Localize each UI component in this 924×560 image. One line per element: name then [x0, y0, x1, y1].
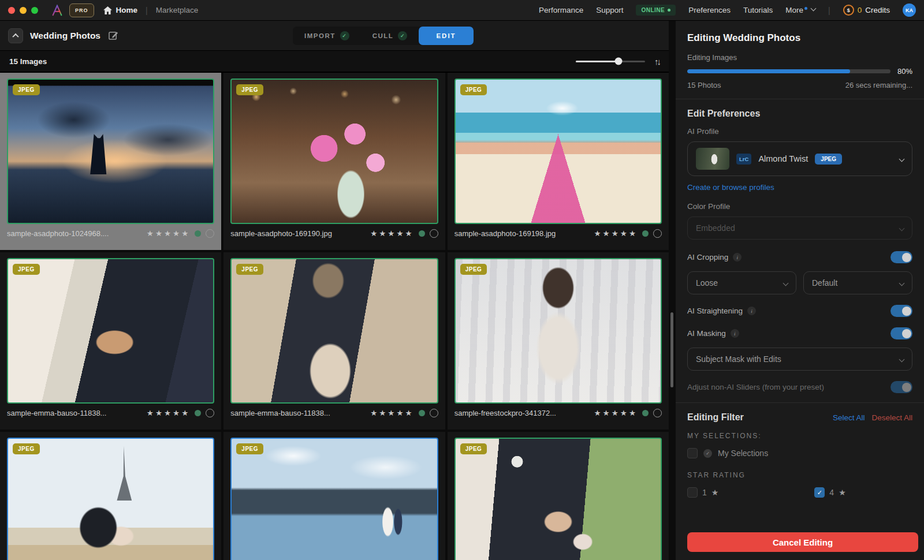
- star-rating[interactable]: ★★★★★: [594, 408, 638, 417]
- ai-profile-dropdown[interactable]: LrC Almond Twist JPEG: [687, 141, 912, 176]
- jpeg-badge: JPEG: [236, 264, 263, 275]
- chevron-down-icon: [811, 6, 817, 12]
- color-label-dot-icon: [195, 410, 201, 416]
- my-selections-checkbox[interactable]: [687, 448, 698, 458]
- progress-percent: 80%: [897, 67, 912, 76]
- collapse-project-button[interactable]: [8, 28, 23, 43]
- my-selections-header: MY SELECTIONS:: [687, 432, 912, 440]
- jpeg-badge: JPEG: [13, 84, 40, 95]
- photo-thumbnail[interactable]: JPEG: [7, 258, 214, 404]
- jpeg-badge: JPEG: [13, 264, 40, 275]
- info-icon[interactable]: i: [733, 253, 742, 262]
- tab-cull[interactable]: CULL ✓: [361, 31, 419, 40]
- select-circle[interactable]: [206, 409, 214, 417]
- photo-thumbnail[interactable]: JPEG: [230, 79, 438, 224]
- info-icon[interactable]: i: [731, 329, 739, 338]
- sort-order-icon[interactable]: ↑↓: [654, 57, 660, 66]
- section-divider: [676, 99, 924, 99]
- ai-masking-toggle[interactable]: [891, 327, 912, 339]
- star-rating[interactable]: ★★★★★: [370, 229, 414, 238]
- select-all-link[interactable]: Select All: [833, 413, 865, 422]
- jpeg-badge: JPEG: [236, 84, 263, 95]
- chevron-up-icon: [12, 33, 18, 39]
- slider-thumb[interactable]: [615, 58, 623, 65]
- more-menu-button[interactable]: More: [785, 6, 815, 14]
- home-button[interactable]: Home: [103, 6, 138, 14]
- deselect-all-link[interactable]: Deselect All: [871, 413, 912, 422]
- crop-style-dropdown[interactable]: Default: [803, 271, 912, 294]
- photo-filename: sample-emma-bauso-11838...: [230, 409, 366, 417]
- online-status-badge: ONLINE: [636, 5, 676, 16]
- photo-cell[interactable]: JPEG sample-asadphoto-1024968.... ★★★★★: [0, 73, 221, 250]
- rating-1-checkbox[interactable]: [687, 487, 698, 498]
- image-count: 15 Images: [9, 57, 47, 66]
- star-rating[interactable]: ★★★★★: [594, 229, 638, 238]
- non-ai-sliders-label: Adjust non-AI Sliders (from your preset): [687, 383, 824, 391]
- scrollbar-thumb[interactable]: [670, 312, 673, 387]
- photo-cell[interactable]: JPEG sample-freestockpro-341372... ★★★★★: [448, 252, 669, 430]
- photo-cell[interactable]: JPEG: [223, 432, 445, 560]
- info-icon[interactable]: i: [747, 307, 756, 315]
- minimize-window-button[interactable]: [20, 7, 27, 14]
- photo-cell[interactable]: JPEG sample-asadphoto-169198.jpg ★★★★★: [448, 73, 669, 250]
- user-avatar[interactable]: KA: [903, 3, 916, 17]
- color-profile-dropdown[interactable]: Embedded: [687, 216, 912, 240]
- photo-thumbnail[interactable]: JPEG: [454, 79, 662, 224]
- crop-mode-dropdown[interactable]: Loose: [687, 271, 796, 294]
- select-circle[interactable]: [430, 409, 438, 417]
- photo-cell[interactable]: JPEG: [448, 432, 669, 560]
- photo-cell[interactable]: JPEG: [0, 432, 221, 560]
- mask-type-dropdown[interactable]: Subject Mask with Edits: [687, 348, 912, 371]
- support-link[interactable]: Support: [596, 6, 623, 14]
- rename-project-icon[interactable]: [109, 31, 118, 40]
- tab-import[interactable]: IMPORT ✓: [293, 31, 361, 40]
- select-circle[interactable]: [653, 229, 662, 238]
- photo-cell[interactable]: JPEG sample-emma-bauso-11838... ★★★★★: [0, 252, 221, 430]
- non-ai-sliders-row: Adjust non-AI Sliders (from your preset): [687, 381, 912, 393]
- tab-edit[interactable]: EDIT: [419, 27, 473, 45]
- check-circle-icon: ✓: [703, 449, 712, 458]
- star-rating[interactable]: ★★★★★: [370, 408, 414, 417]
- select-circle[interactable]: [206, 229, 214, 238]
- online-dot-icon: [668, 9, 670, 12]
- browse-profiles-link[interactable]: Create or browse profiles: [687, 183, 774, 192]
- photo-thumbnail[interactable]: JPEG: [230, 258, 438, 404]
- editing-sidebar: Editing Wedding Photos Editing Images 80…: [676, 21, 924, 560]
- ai-straightening-toggle[interactable]: [891, 305, 912, 317]
- progress-bar: [687, 69, 891, 73]
- select-circle[interactable]: [653, 409, 662, 417]
- tutorials-link[interactable]: Tutorials: [743, 6, 773, 14]
- star-rating[interactable]: ★★★★★: [147, 229, 191, 238]
- jpeg-badge: JPEG: [236, 443, 263, 454]
- photo-thumbnail[interactable]: JPEG: [7, 438, 214, 560]
- photo-cell[interactable]: JPEG sample-emma-bauso-11838... ★★★★★: [223, 252, 445, 430]
- photo-grid: JPEG sample-asadphoto-1024968.... ★★★★★ …: [0, 73, 669, 560]
- ai-cropping-toggle[interactable]: [891, 251, 912, 263]
- ai-masking-label: AI Masking: [687, 329, 726, 338]
- ai-profile-label: AI Profile: [687, 127, 912, 136]
- thumbnail-size-slider[interactable]: [576, 61, 645, 62]
- maximize-window-button[interactable]: [31, 7, 38, 14]
- star-rating-header: STAR RATING: [687, 471, 912, 479]
- cancel-editing-button[interactable]: Cancel Editing: [687, 532, 918, 552]
- star-rating[interactable]: ★★★★★: [147, 408, 191, 417]
- marketplace-link[interactable]: Marketplace: [156, 6, 199, 14]
- credits-button[interactable]: $ 0 Credits: [843, 5, 890, 16]
- non-ai-sliders-toggle[interactable]: [891, 381, 912, 393]
- photo-thumbnail[interactable]: JPEG: [230, 438, 438, 560]
- performance-link[interactable]: Performance: [539, 6, 583, 14]
- close-window-button[interactable]: [8, 7, 15, 14]
- photo-thumbnail[interactable]: JPEG: [454, 258, 662, 404]
- photo-filename: sample-freestockpro-341372...: [454, 409, 590, 417]
- photo-cell[interactable]: JPEG sample-asadphoto-169190.jpg ★★★★★: [223, 73, 445, 250]
- photo-thumbnail[interactable]: JPEG: [454, 438, 662, 560]
- ai-straightening-row: AI Straightening i: [687, 305, 912, 317]
- photo-thumbnail[interactable]: JPEG: [7, 79, 214, 224]
- notification-dot-icon: [804, 7, 807, 10]
- profile-thumbnail: [696, 148, 729, 170]
- select-circle[interactable]: [430, 229, 438, 238]
- preferences-link[interactable]: Preferences: [688, 6, 731, 14]
- rating-4-checkbox[interactable]: ✓: [814, 487, 825, 498]
- jpeg-badge: JPEG: [460, 443, 487, 454]
- project-title: Wedding Photos: [30, 31, 100, 41]
